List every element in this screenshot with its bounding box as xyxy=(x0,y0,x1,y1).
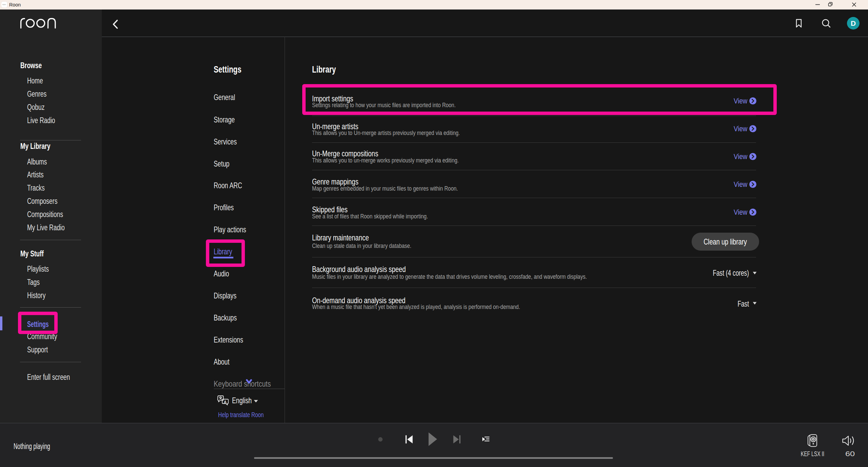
svg-text:A: A xyxy=(224,400,227,404)
